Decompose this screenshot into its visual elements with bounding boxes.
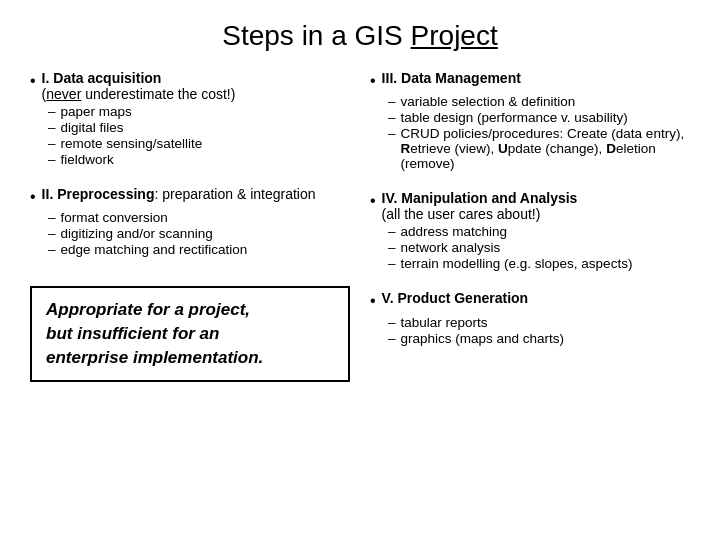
subitem-text: table design (performance v. usability) bbox=[401, 110, 628, 125]
dash-icon: – bbox=[388, 240, 396, 255]
subitem-text: terrain modelling (e.g. slopes, aspects) bbox=[401, 256, 633, 271]
section4-header: • IV. Manipulation and Analysis (all the… bbox=[370, 190, 690, 222]
section1-never: never bbox=[46, 86, 81, 102]
section1-title-bold: I. Data acquisition bbox=[42, 70, 162, 86]
callout-line1: Appropriate for a project, bbox=[46, 300, 250, 319]
list-item: –tabular reports bbox=[388, 315, 690, 330]
section4-title-bold: IV. Manipulation and Analysis bbox=[382, 190, 578, 206]
list-item: –CRUD policies/procedures: Create (data … bbox=[388, 126, 690, 171]
section1-title-suffix: underestimate the cost!) bbox=[81, 86, 235, 102]
section5-title-bold: V. Product Generation bbox=[382, 290, 529, 306]
subitem-text: paper maps bbox=[61, 104, 132, 119]
list-item: –fieldwork bbox=[48, 152, 350, 167]
subitem-text: CRUD policies/procedures: Create (data e… bbox=[401, 126, 690, 171]
dash-icon: – bbox=[48, 152, 56, 167]
dash-icon: – bbox=[388, 315, 396, 330]
section5-title: V. Product Generation bbox=[382, 290, 529, 306]
dash-icon: – bbox=[388, 126, 396, 141]
section2-title-bold: II. Preprocessing bbox=[42, 186, 155, 202]
list-item: –table design (performance v. usability) bbox=[388, 110, 690, 125]
section3-title: III. Data Management bbox=[382, 70, 521, 86]
subitem-text: address matching bbox=[401, 224, 508, 239]
dash-icon: – bbox=[388, 110, 396, 125]
subitem-text: edge matching and rectification bbox=[61, 242, 248, 257]
title-highlighted: Project bbox=[411, 20, 498, 51]
callout-box: Appropriate for a project, but insuffici… bbox=[30, 286, 350, 381]
bullet-4: • bbox=[370, 190, 376, 212]
dash-icon: – bbox=[48, 104, 56, 119]
subitem-text: variable selection & definition bbox=[401, 94, 576, 109]
dash-icon: – bbox=[388, 94, 396, 109]
section1-sublist: –paper maps –digital files –remote sensi… bbox=[48, 104, 350, 167]
list-item: –network analysis bbox=[388, 240, 690, 255]
bullet-2: • bbox=[30, 186, 36, 208]
subitem-text: tabular reports bbox=[401, 315, 488, 330]
list-item: –paper maps bbox=[48, 104, 350, 119]
dash-icon: – bbox=[48, 242, 56, 257]
dash-icon: – bbox=[388, 256, 396, 271]
subitem-text: remote sensing/satellite bbox=[61, 136, 203, 151]
subitem-text: network analysis bbox=[401, 240, 501, 255]
list-item: –digitizing and/or scanning bbox=[48, 226, 350, 241]
list-item: –edge matching and rectification bbox=[48, 242, 350, 257]
dash-icon: – bbox=[48, 136, 56, 151]
list-item: –terrain modelling (e.g. slopes, aspects… bbox=[388, 256, 690, 271]
section2-header: • II. Preprocessing: preparation & integ… bbox=[30, 186, 350, 208]
right-column: • III. Data Management –variable selecti… bbox=[370, 70, 690, 520]
section1-title: I. Data acquisition (never underestimate… bbox=[42, 70, 236, 102]
section2-title-normal: : preparation & integration bbox=[154, 186, 315, 202]
list-item: –address matching bbox=[388, 224, 690, 239]
section5-sublist: –tabular reports –graphics (maps and cha… bbox=[388, 315, 690, 346]
list-item: –variable selection & definition bbox=[388, 94, 690, 109]
subitem-text: fieldwork bbox=[61, 152, 114, 167]
section-manipulation-analysis: • IV. Manipulation and Analysis (all the… bbox=[370, 190, 690, 272]
section5-header: • V. Product Generation bbox=[370, 290, 690, 312]
dash-icon: – bbox=[48, 226, 56, 241]
section-data-acquisition: • I. Data acquisition (never underestima… bbox=[30, 70, 350, 168]
section1-header: • I. Data acquisition (never underestima… bbox=[30, 70, 350, 102]
subitem-text: digital files bbox=[61, 120, 124, 135]
title-prefix: Steps in a GIS bbox=[222, 20, 410, 51]
dash-icon: – bbox=[388, 224, 396, 239]
section4-title: IV. Manipulation and Analysis (all the u… bbox=[382, 190, 578, 222]
callout-line3: enterprise implementation. bbox=[46, 348, 263, 367]
section3-sublist: –variable selection & definition –table … bbox=[388, 94, 690, 171]
list-item: –graphics (maps and charts) bbox=[388, 331, 690, 346]
section4-sublist: –address matching –network analysis –ter… bbox=[388, 224, 690, 271]
section3-title-bold: III. Data Management bbox=[382, 70, 521, 86]
list-item: –remote sensing/satellite bbox=[48, 136, 350, 151]
bullet-1: • bbox=[30, 70, 36, 92]
content-area: • I. Data acquisition (never underestima… bbox=[30, 70, 690, 520]
section3-header: • III. Data Management bbox=[370, 70, 690, 92]
callout-text: Appropriate for a project, but insuffici… bbox=[46, 298, 334, 369]
page: Steps in a GIS Project • I. Data acquisi… bbox=[0, 0, 720, 540]
list-item: –format conversion bbox=[48, 210, 350, 225]
section2-title: II. Preprocessing: preparation & integra… bbox=[42, 186, 316, 202]
section-preprocessing: • II. Preprocessing: preparation & integ… bbox=[30, 186, 350, 258]
section-product-generation: • V. Product Generation –tabular reports… bbox=[370, 290, 690, 346]
page-title: Steps in a GIS Project bbox=[30, 20, 690, 52]
bullet-3: • bbox=[370, 70, 376, 92]
dash-icon: – bbox=[48, 210, 56, 225]
subitem-text: digitizing and/or scanning bbox=[61, 226, 213, 241]
list-item: –digital files bbox=[48, 120, 350, 135]
section2-sublist: –format conversion –digitizing and/or sc… bbox=[48, 210, 350, 257]
section4-title-normal: (all the user cares about!) bbox=[382, 206, 541, 222]
bullet-5: • bbox=[370, 290, 376, 312]
dash-icon: – bbox=[48, 120, 56, 135]
subitem-text: format conversion bbox=[61, 210, 168, 225]
left-column: • I. Data acquisition (never underestima… bbox=[30, 70, 350, 520]
dash-icon: – bbox=[388, 331, 396, 346]
callout-line2: but insufficient for an bbox=[46, 324, 219, 343]
section-data-management: • III. Data Management –variable selecti… bbox=[370, 70, 690, 172]
subitem-text: graphics (maps and charts) bbox=[401, 331, 565, 346]
